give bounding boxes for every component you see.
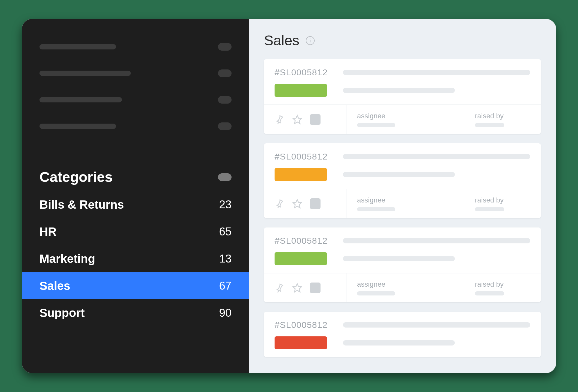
placeholder-pill	[218, 43, 232, 51]
ticket-card-footer: assignee raised by	[264, 189, 541, 218]
placeholder-bar	[343, 70, 530, 75]
sidebar: Categories Bills & Returns 23 HR 65 Mark…	[22, 19, 249, 373]
ticket-card[interactable]: #SL0005812	[264, 312, 541, 357]
star-icon[interactable]	[292, 199, 302, 209]
placeholder-bar	[39, 97, 122, 102]
color-square-icon[interactable]	[310, 283, 321, 293]
ticket-id: #SL0005812	[275, 67, 343, 77]
ticket-actions	[264, 105, 346, 134]
ticket-raised-by-cell: raised by	[464, 189, 541, 218]
placeholder-pill	[218, 96, 232, 104]
raised-by-label: raised by	[475, 112, 530, 120]
status-chip	[275, 168, 327, 181]
assignee-label: assignee	[357, 112, 453, 120]
sidebar-item-marketing[interactable]: Marketing 13	[22, 245, 249, 272]
placeholder-bar	[343, 154, 530, 159]
ticket-card-footer: assignee raised by	[264, 104, 541, 134]
status-chip	[275, 336, 327, 349]
ticket-card-top: #SL0005812	[264, 59, 541, 104]
pin-icon[interactable]	[275, 283, 285, 293]
app-window: Categories Bills & Returns 23 HR 65 Mark…	[22, 19, 556, 373]
sidebar-item-label: Marketing	[39, 252, 95, 265]
placeholder-bar	[475, 207, 504, 211]
ticket-card[interactable]: #SL0005812	[264, 143, 541, 218]
sidebar-item-sales[interactable]: Sales 67	[22, 272, 249, 299]
ticket-assignee-cell: assignee	[346, 273, 464, 302]
ticket-list: #SL0005812	[264, 59, 556, 357]
sidebar-item-count: 13	[219, 253, 232, 265]
ticket-status-row	[275, 336, 530, 349]
ticket-card-top: #SL0005812	[264, 143, 541, 189]
color-square-icon[interactable]	[310, 198, 321, 209]
ticket-card-top: #SL0005812	[264, 312, 541, 357]
placeholder-bar	[343, 340, 455, 346]
placeholder-bar	[357, 207, 395, 211]
sidebar-item-bills-returns[interactable]: Bills & Returns 23	[22, 191, 249, 218]
sidebar-section-count-pill	[218, 173, 232, 181]
sidebar-item-label: Support	[39, 306, 85, 320]
ticket-raised-by-cell: raised by	[464, 273, 541, 302]
star-icon[interactable]	[292, 283, 302, 293]
status-chip	[275, 84, 327, 97]
sidebar-item-count: 67	[219, 280, 232, 292]
placeholder-bar	[39, 71, 131, 76]
ticket-header-row: #SL0005812	[275, 67, 530, 77]
ticket-id: #SL0005812	[275, 236, 343, 246]
sidebar-item-count: 65	[219, 225, 232, 238]
sidebar-item-count: 90	[219, 307, 232, 319]
sidebar-placeholder-row	[39, 34, 232, 60]
sidebar-section-title: Categories	[39, 169, 113, 185]
placeholder-bar	[343, 88, 455, 93]
main-panel: Sales i #SL0005812	[249, 19, 556, 373]
placeholder-bar	[343, 238, 530, 243]
ticket-actions	[264, 273, 346, 302]
page-title-row: Sales i	[264, 32, 556, 49]
placeholder-bar	[475, 123, 504, 127]
sidebar-item-label: HR	[39, 225, 57, 238]
sidebar-item-count: 23	[219, 198, 232, 211]
placeholder-pill	[218, 69, 232, 77]
ticket-header-row: #SL0005812	[275, 236, 530, 246]
ticket-card-top: #SL0005812	[264, 227, 541, 273]
raised-by-label: raised by	[475, 196, 530, 204]
ticket-header-row: #SL0005812	[275, 152, 530, 162]
ticket-status-row	[275, 168, 530, 181]
color-square-icon[interactable]	[310, 114, 321, 125]
placeholder-bar	[39, 44, 116, 49]
page-title: Sales	[264, 32, 299, 49]
sidebar-placeholder-row	[39, 113, 232, 139]
ticket-card[interactable]: #SL0005812	[264, 227, 541, 302]
ticket-card-footer: assignee raised by	[264, 273, 541, 302]
assignee-label: assignee	[357, 280, 453, 288]
svg-marker-0	[293, 115, 301, 124]
status-chip	[275, 252, 327, 265]
ticket-card[interactable]: #SL0005812	[264, 59, 541, 134]
placeholder-pill	[218, 122, 232, 130]
svg-marker-1	[293, 200, 301, 208]
assignee-label: assignee	[357, 196, 453, 204]
placeholder-bar	[343, 172, 455, 177]
svg-marker-2	[293, 284, 301, 292]
sidebar-placeholder-row	[39, 60, 232, 87]
ticket-actions	[264, 189, 346, 218]
placeholder-bar	[357, 291, 395, 295]
sidebar-item-label: Bills & Returns	[39, 198, 124, 211]
raised-by-label: raised by	[475, 280, 530, 288]
info-icon[interactable]: i	[306, 36, 315, 45]
ticket-raised-by-cell: raised by	[464, 105, 541, 134]
sidebar-placeholder-row	[39, 87, 232, 113]
sidebar-section-header: Categories	[22, 151, 249, 191]
placeholder-bar	[343, 322, 530, 328]
ticket-status-row	[275, 252, 530, 265]
ticket-assignee-cell: assignee	[346, 189, 464, 218]
placeholder-bar	[475, 291, 504, 295]
sidebar-item-support[interactable]: Support 90	[22, 299, 249, 326]
sidebar-item-hr[interactable]: HR 65	[22, 218, 249, 245]
pin-icon[interactable]	[275, 199, 285, 209]
ticket-header-row: #SL0005812	[275, 320, 530, 330]
sidebar-item-label: Sales	[39, 279, 70, 293]
star-icon[interactable]	[292, 114, 302, 124]
placeholder-bar	[357, 123, 395, 127]
ticket-assignee-cell: assignee	[346, 105, 464, 134]
pin-icon[interactable]	[275, 114, 285, 124]
